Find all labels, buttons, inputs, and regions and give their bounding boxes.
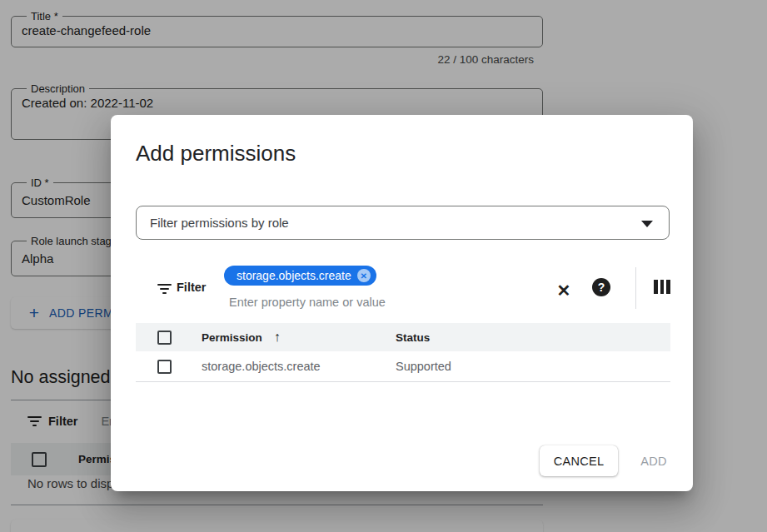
permissions-table: Permission ↑ Status storage.objects.crea… [136,323,670,382]
row-status-cell: Supported [396,360,451,373]
status-column-header[interactable]: Status [396,331,430,344]
role-dropdown-value: Filter permissions by role [150,216,289,230]
filter-property-input[interactable] [229,296,504,309]
row-permission-cell: storage.objects.create [202,360,321,373]
add-permissions-dialog: Add permissions Filter permissions by ro… [111,115,693,491]
chevron-down-icon [641,221,653,227]
column-display-options-icon[interactable] [652,280,672,294]
dialog-actions: CANCEL ADD [111,444,693,477]
add-button[interactable]: ADD [629,445,679,476]
filter-permissions-by-role-dropdown[interactable]: Filter permissions by role [136,206,670,240]
toolbar-divider [635,267,636,309]
filter-chip-label: storage.objects.create [237,269,351,282]
sort-ascending-icon[interactable]: ↑ [274,330,281,345]
chip-remove-icon[interactable]: ✕ [357,269,371,282]
permissions-table-header: Permission ↑ Status [136,323,670,351]
cancel-button[interactable]: CANCEL [540,445,618,476]
filter-label: Filter [177,281,206,294]
permission-column-header[interactable]: Permission [202,331,262,344]
row-checkbox[interactable] [157,360,172,374]
help-icon[interactable]: ? [592,278,610,296]
permissions-filter-toolbar: Filter storage.objects.create ✕ ✕ ? [136,256,670,319]
dialog-title: Add permissions [136,141,296,167]
filter-chip[interactable]: storage.objects.create ✕ [224,266,376,286]
select-all-checkbox[interactable] [157,331,172,345]
clear-filters-icon[interactable]: ✕ [550,277,577,304]
filter-icon [157,284,172,294]
table-row[interactable]: storage.objects.create Supported [136,351,670,382]
